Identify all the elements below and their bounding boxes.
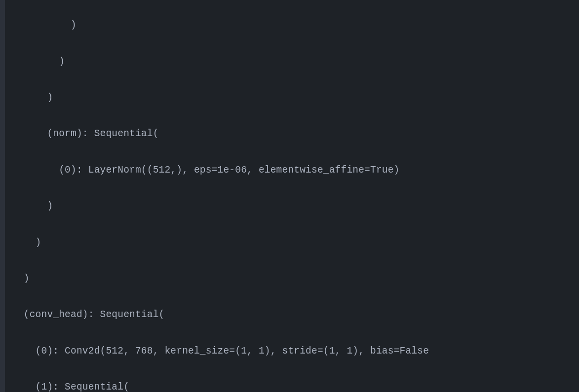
code-line: )	[12, 268, 579, 289]
code-line: (norm): Sequential(	[12, 123, 579, 144]
code-output-area[interactable]: ) ) ) (norm): Sequential( (0): LayerNorm…	[5, 0, 579, 392]
code-line: (1): Sequential(	[12, 377, 579, 392]
code-line: (conv_head): Sequential(	[12, 304, 579, 325]
code-line: )	[12, 87, 579, 108]
code-line: )	[12, 196, 579, 217]
code-line: )	[12, 15, 579, 36]
code-line: (0): Conv2d(512, 768, kernel_size=(1, 1)…	[12, 341, 579, 362]
code-line: (0): LayerNorm((512,), eps=1e-06, elemen…	[12, 160, 579, 181]
code-line: )	[12, 51, 579, 72]
editor-gutter	[0, 0, 5, 392]
code-line: )	[12, 232, 579, 253]
